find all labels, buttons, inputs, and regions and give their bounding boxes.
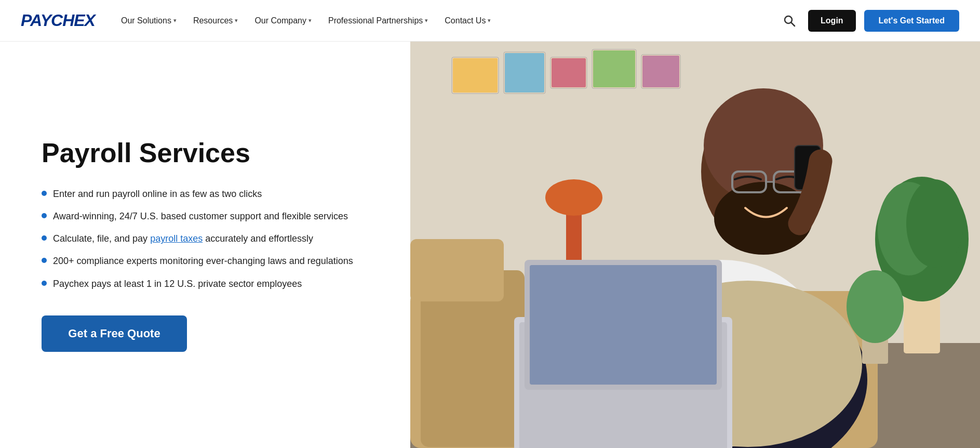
feature-bullet-5: Paychex pays at least 1 in 12 U.S. priva… xyxy=(42,278,369,291)
bullet-text: Calculate, file, and pay payroll taxes a… xyxy=(53,232,313,245)
page-title: Payroll Services xyxy=(42,138,369,169)
chevron-down-icon: ▾ xyxy=(308,17,312,24)
chevron-down-icon: ▾ xyxy=(235,17,238,24)
nav-left: PAYCHEX Our Solutions▾Resources▾Our Comp… xyxy=(21,11,498,30)
login-button[interactable]: Login xyxy=(808,10,856,32)
svg-point-16 xyxy=(545,179,602,216)
bullet-dot-icon xyxy=(42,258,47,263)
svg-line-1 xyxy=(791,22,795,26)
chevron-down-icon: ▾ xyxy=(425,17,428,24)
svg-point-40 xyxy=(847,270,904,343)
get-started-button[interactable]: Let's Get Started xyxy=(864,10,959,32)
feature-list: Enter and run payroll online in as few a… xyxy=(42,188,369,291)
search-icon xyxy=(783,15,796,27)
feature-bullet-3: Calculate, file, and pay payroll taxes a… xyxy=(42,232,369,245)
chevron-down-icon: ▾ xyxy=(173,17,177,24)
svg-rect-20 xyxy=(410,239,504,301)
nav-item-label: Resources xyxy=(193,16,233,25)
bullet-dot-icon xyxy=(42,281,47,286)
feature-bullet-4: 200+ compliance experts monitoring ever-… xyxy=(42,255,369,268)
nav-links: Our Solutions▾Resources▾Our Company▾Prof… xyxy=(114,12,498,30)
hero-section: Payroll Services Enter and run payroll o… xyxy=(0,42,980,448)
hero-image xyxy=(410,42,980,448)
hero-content: Payroll Services Enter and run payroll o… xyxy=(0,42,410,448)
bullet-dot-icon xyxy=(42,213,47,218)
nav-item-label: Our Company xyxy=(254,16,306,25)
bullet-dot-icon xyxy=(42,235,47,241)
nav-right: Login Let's Get Started xyxy=(779,10,959,32)
nav-item-professional-partnerships[interactable]: Professional Partnerships▾ xyxy=(321,12,435,30)
chevron-down-icon: ▾ xyxy=(488,17,491,24)
bullet-text: 200+ compliance experts monitoring ever-… xyxy=(53,255,353,268)
main-nav: PAYCHEX Our Solutions▾Resources▾Our Comp… xyxy=(0,0,980,42)
feature-bullet-1: Enter and run payroll online in as few a… xyxy=(42,188,369,201)
hero-illustration xyxy=(410,42,980,448)
search-button[interactable] xyxy=(779,10,800,31)
nav-item-label: Contact Us xyxy=(445,16,486,25)
svg-rect-8 xyxy=(505,53,544,93)
bullet-text: Paychex pays at least 1 in 12 U.S. priva… xyxy=(53,278,302,291)
nav-item-our-company[interactable]: Our Company▾ xyxy=(247,12,319,30)
svg-point-38 xyxy=(906,179,963,268)
svg-rect-34 xyxy=(530,265,717,385)
bullet-text: Enter and run payroll online in as few a… xyxy=(53,188,262,201)
nav-item-label: Professional Partnerships xyxy=(328,16,423,25)
svg-rect-12 xyxy=(593,50,635,87)
payroll-taxes-link[interactable]: payroll taxes xyxy=(150,233,203,244)
svg-rect-6 xyxy=(453,58,498,93)
nav-item-resources[interactable]: Resources▾ xyxy=(186,12,245,30)
nav-item-contact-us[interactable]: Contact Us▾ xyxy=(437,12,498,30)
nav-item-our-solutions[interactable]: Our Solutions▾ xyxy=(114,12,184,30)
paychex-logo[interactable]: PAYCHEX xyxy=(21,11,95,30)
svg-rect-10 xyxy=(552,58,586,87)
feature-bullet-2: Award-winning, 24/7 U.S. based customer … xyxy=(42,210,369,223)
bullet-text: Award-winning, 24/7 U.S. based customer … xyxy=(53,210,348,223)
bullet-dot-icon xyxy=(42,191,47,196)
svg-rect-14 xyxy=(642,56,679,87)
nav-item-label: Our Solutions xyxy=(121,16,171,25)
get-quote-button[interactable]: Get a Free Quote xyxy=(42,315,187,352)
